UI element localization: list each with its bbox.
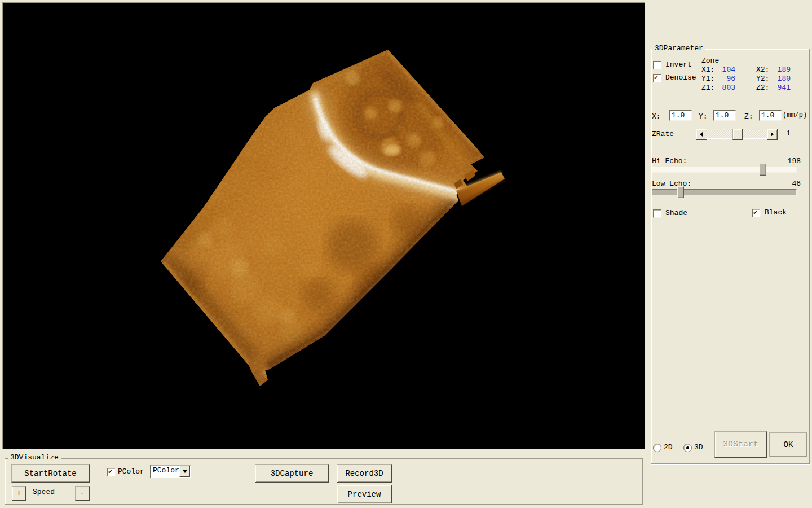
zone-x2-label: X2: [756, 65, 769, 74]
zone-x1-value: 104 [715, 65, 735, 74]
hi-echo-slider-thumb[interactable] [760, 164, 766, 176]
preview-button[interactable]: Preview [337, 485, 392, 503]
speed-label: Speed [33, 488, 55, 496]
scroll-left-icon [700, 132, 703, 137]
low-echo-slider[interactable] [652, 189, 797, 195]
view-3d-label: 3D [694, 443, 703, 452]
scale-x-label: X: [652, 112, 661, 121]
capture-3d-button[interactable]: 3DCapture [255, 464, 329, 483]
view-2d-label: 2D [664, 443, 673, 452]
pcolor-dropdown[interactable]: PColor [150, 465, 191, 478]
scale-unit-label: (mm/p) [783, 111, 807, 120]
scale-y-input[interactable] [713, 110, 736, 121]
zone-y1-value: 96 [715, 75, 735, 83]
zone-z1-label: Z1: [701, 84, 714, 92]
zone-y2-value: 180 [769, 75, 791, 83]
low-echo-value: 46 [778, 179, 801, 188]
dropdown-arrow-icon [183, 470, 187, 473]
hi-echo-value: 198 [778, 157, 801, 165]
speed-plus-button[interactable]: + [12, 486, 26, 501]
denoise-label: Denoise [665, 73, 696, 82]
zrate-scroll-thumb[interactable] [732, 129, 743, 140]
zone-x2-value: 189 [769, 65, 791, 74]
view-2d-radio[interactable] [653, 444, 661, 452]
zrate-scroll-right-button[interactable] [767, 129, 778, 140]
zrate-value: 1 [786, 129, 791, 138]
hi-echo-slider[interactable] [652, 167, 797, 173]
zone-y1-label: Y1: [701, 75, 714, 83]
ultrasound-3d-render [3, 3, 645, 449]
scale-z-input[interactable] [759, 110, 782, 121]
shade-checkbox[interactable] [653, 209, 661, 218]
scale-x-input[interactable] [669, 110, 692, 121]
scale-y-label: Y: [699, 112, 708, 121]
pcolor-checkbox[interactable] [107, 468, 116, 476]
zrate-label: ZRate [652, 130, 674, 138]
speed-minus-button[interactable]: - [75, 486, 90, 501]
start-rotate-button[interactable]: StartRotate [11, 464, 90, 483]
black-label: Black [765, 208, 787, 217]
ok-button[interactable]: OK [769, 432, 807, 457]
zrate-scrollbar[interactable] [696, 129, 778, 139]
render-viewport[interactable] [2, 2, 645, 449]
zone-x1-label: X1: [701, 65, 714, 74]
denoise-checkbox[interactable] [653, 74, 661, 82]
hi-echo-label: Hi Echo: [652, 157, 687, 165]
scroll-right-icon [771, 132, 774, 137]
visualize-groupbox-title: 3DVisualize [8, 454, 61, 462]
zone-label: Zone [701, 56, 719, 65]
parameter-groupbox-title: 3DParameter [652, 45, 705, 52]
scale-z-label: Z: [744, 112, 753, 121]
zone-z2-label: Z2: [756, 84, 769, 92]
invert-checkbox[interactable] [653, 61, 661, 69]
pcolor-label: PColor [118, 467, 144, 476]
black-checkbox[interactable] [752, 209, 761, 217]
low-echo-slider-thumb[interactable] [677, 186, 684, 198]
invert-label: Invert [665, 60, 692, 69]
start-3d-button[interactable]: 3DStart [714, 431, 767, 458]
pcolor-dropdown-value: PColor [153, 466, 179, 475]
application-window: 3DParameter Invert Denoise Zone X1: 104 … [0, 0, 812, 508]
shade-label: Shade [665, 209, 687, 217]
record-3d-button[interactable]: Record3D [337, 464, 392, 483]
view-3d-radio[interactable] [683, 444, 692, 452]
low-echo-label: Low Echo: [652, 179, 691, 188]
zone-z1-value: 803 [715, 84, 735, 92]
zone-y2-label: Y2: [756, 75, 769, 83]
pcolor-dropdown-button[interactable] [179, 466, 190, 477]
zone-z2-value: 941 [769, 84, 791, 92]
